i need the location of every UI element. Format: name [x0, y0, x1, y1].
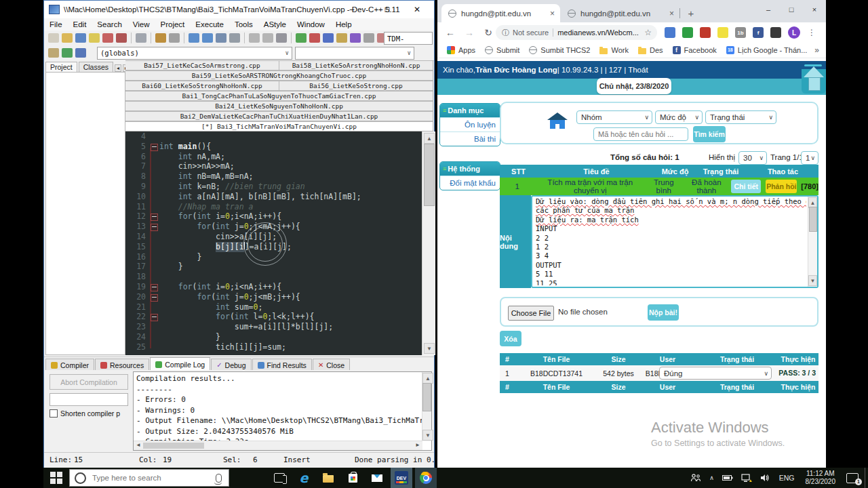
bookmark-item[interactable]: fFacebook: [673, 46, 717, 54]
redo-icon[interactable]: [169, 33, 180, 43]
tab-classes[interactable]: Classes: [79, 62, 113, 72]
bookmark-item[interactable]: Apps: [447, 46, 475, 54]
fold-marker-icon[interactable]: [151, 294, 158, 302]
sidebar-item-đổi-mật-khẩu[interactable]: Đổi mật khẩu: [440, 176, 500, 190]
file-tab[interactable]: Bai59_LietKeSoARSTRONGtrongKhoangChoTruo…: [125, 70, 433, 81]
open-project-icon[interactable]: [309, 33, 320, 43]
notification-center-icon[interactable]: 1: [846, 473, 859, 483]
menu-project[interactable]: Project: [155, 18, 191, 30]
bookmark-item[interactable]: Work: [599, 46, 628, 54]
clock[interactable]: 11:12 AM 8/23/2020: [806, 470, 836, 486]
code-editor[interactable]: 45int main(){6 int nA,mA;7 cin>>nA>>mA;8…: [125, 131, 422, 355]
detail-button[interactable]: Chi tiết: [731, 180, 761, 193]
network-warning-icon[interactable]: [741, 474, 752, 483]
menu-window[interactable]: Window: [292, 18, 330, 30]
bookmark-item[interactable]: Submit: [485, 46, 519, 54]
content-scroll-thumb[interactable]: [809, 207, 817, 232]
level-select[interactable]: Mức độ: [655, 110, 703, 124]
delete-button[interactable]: Xóa: [500, 331, 521, 346]
remove-icon[interactable]: [363, 33, 374, 43]
page-size-select[interactable]: 30: [738, 151, 767, 165]
goto-line-icon[interactable]: [229, 33, 240, 43]
file-tab[interactable]: Bai56_LietKeSoStrong.cpp: [279, 81, 433, 91]
log-scroll-right-icon[interactable]: ►: [415, 442, 420, 448]
bookmark-star-icon[interactable]: ☆: [644, 28, 652, 37]
taskbar-search[interactable]: [69, 469, 229, 487]
scroll-down-icon[interactable]: ▼: [424, 343, 435, 354]
log-scroll-down-icon[interactable]: ▼: [422, 430, 433, 441]
notes-icon[interactable]: [717, 27, 728, 38]
facebook-ext-icon[interactable]: f: [753, 27, 764, 38]
home-icon[interactable]: [547, 113, 568, 130]
run-file-icon[interactable]: [62, 48, 73, 58]
battery-icon[interactable]: [722, 474, 733, 481]
chrome-icon[interactable]: [415, 468, 437, 488]
file-tab[interactable]: Bai1_TongCacPhanTuLaSoNguyenToThuocTamGi…: [125, 91, 433, 101]
chrome-minimize-button[interactable]: –: [757, 0, 780, 19]
content-scroll-down-icon[interactable]: ▼: [808, 275, 817, 286]
file-tab[interactable]: Bai60_LietKeSoStrongNhoHonN.cpp: [125, 81, 279, 91]
file-tab[interactable]: Bai24_LietKeSoNguyenToNhoHonN.cpp: [125, 101, 433, 111]
devcpp-minimize-button[interactable]: –: [340, 1, 363, 18]
choose-file-button[interactable]: Choose File: [508, 306, 554, 321]
close-file-icon[interactable]: [102, 33, 113, 43]
browser-tab-1[interactable]: hungdn@ptit.edu.vn×: [441, 4, 560, 22]
language-indicator[interactable]: ENG: [779, 474, 795, 482]
globals-combo[interactable]: (globals): [97, 47, 292, 60]
file-tab[interactable]: Bai2_DemVaLietKeCacPhanTuChiXuatHienDuyN…: [125, 111, 433, 121]
panel-tab-left-icon[interactable]: ◂: [115, 64, 121, 72]
bookmarks-overflow-icon[interactable]: »: [814, 45, 819, 55]
forward-icon[interactable]: →: [463, 27, 475, 38]
tab-project[interactable]: Project: [45, 62, 77, 72]
save-session-icon[interactable]: [75, 48, 86, 58]
menu-file[interactable]: File: [44, 18, 68, 30]
open-file-icon[interactable]: [62, 33, 73, 43]
new-project-icon[interactable]: [296, 33, 307, 43]
menu-astyle[interactable]: AStyle: [258, 18, 292, 30]
back-icon[interactable]: ←: [444, 27, 456, 38]
menu-tools[interactable]: Tools: [229, 18, 258, 30]
print-icon[interactable]: [136, 33, 146, 43]
tab-resources[interactable]: Resources: [95, 359, 149, 371]
show-desktop-button[interactable]: [865, 468, 868, 488]
tab-close-icon[interactable]: ×: [669, 9, 674, 18]
bookmark-item[interactable]: Des: [638, 46, 663, 54]
browser-tab-2[interactable]: hungdn@ptit.edu.vn×: [561, 4, 679, 22]
task-view-icon[interactable]: [269, 468, 290, 488]
file-tab-active[interactable]: [*] Bai3_TichMaTranVoiMaTranChuyenVi.cpp: [125, 121, 433, 131]
back-to-top-widget[interactable]: [802, 61, 826, 94]
feedback-button[interactable]: Phản hồi: [766, 180, 797, 193]
profile-avatar[interactable]: L: [788, 26, 800, 39]
log-vscrollbar[interactable]: ▲ ▼: [422, 372, 431, 441]
log-scroll-up-icon[interactable]: ▲: [422, 373, 433, 384]
compiler-profile-combo[interactable]: TDM-: [384, 32, 433, 45]
pin-extension-icon[interactable]: [770, 27, 781, 38]
undo-icon[interactable]: [155, 33, 166, 43]
search-button[interactable]: Tìm kiếm: [693, 126, 726, 142]
tab-close-icon[interactable]: ×: [550, 9, 555, 18]
sidebar-item-bài-thi[interactable]: Bài thi: [440, 131, 500, 146]
shield-icon[interactable]: [682, 27, 693, 38]
shorten-compiler-option[interactable]: Shorten compiler p: [50, 409, 130, 418]
save-all-icon[interactable]: [89, 33, 100, 43]
fold-marker-icon[interactable]: [151, 214, 158, 221]
onetab-icon[interactable]: 1b: [735, 27, 746, 38]
bookmark-item[interactable]: Sumbit THCS2: [529, 46, 590, 54]
page-select[interactable]: 1: [801, 151, 818, 165]
info-icon[interactable]: ⓘ: [502, 28, 509, 38]
devcpp-maximize-button[interactable]: □: [376, 1, 399, 18]
start-button[interactable]: [50, 472, 62, 484]
menu-view[interactable]: View: [127, 18, 155, 30]
edge-icon[interactable]: e: [293, 468, 315, 488]
mail-icon[interactable]: [366, 468, 388, 488]
translate-icon[interactable]: [665, 27, 675, 38]
new-file-icon[interactable]: [48, 33, 59, 43]
tab-compiler[interactable]: Compiler: [45, 359, 94, 371]
file-tab[interactable]: Bai58_LietKeSoArstrongNhoHonN.cpp: [279, 60, 433, 70]
tab-compile-log[interactable]: Compile Log: [150, 357, 210, 371]
find-in-files-icon[interactable]: [202, 33, 213, 43]
forward-icon[interactable]: [262, 33, 273, 43]
compile-log-output[interactable]: Compilation results...--------- Errors: …: [133, 371, 432, 451]
save-icon[interactable]: [75, 33, 86, 43]
sidebar-item-ôn-luyện[interactable]: Ôn luyện: [440, 117, 500, 131]
